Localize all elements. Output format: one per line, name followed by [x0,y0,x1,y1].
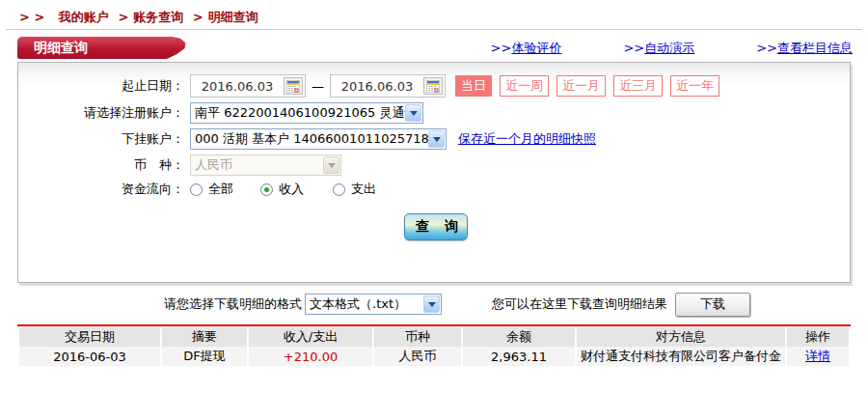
col-header-operation: 操作 [787,327,849,347]
results-table: 交易日期 摘要 收入/支出 币种 余额 对方信息 操作 2016-06-03 D… [17,324,851,366]
submit-row: 查 询 [18,213,850,240]
date-range-label: 起止日期： [18,77,184,95]
col-header-income-expense: 收入/支出 [249,327,372,347]
col-header-currency: 币种 [374,327,461,347]
quick-range-year-button[interactable]: 近一年 [670,75,719,97]
registered-account-select[interactable]: 南平 6222001406100921065 灵通卡 [190,102,423,124]
breadcrumb-separator: > [118,10,128,24]
col-header-trade-date: 交易日期 [19,327,160,347]
sub-account-row: 下挂账户： 000 活期 基本户 1406600101102571848 保存近… [18,128,850,150]
registered-account-label: 请选择注册账户： [18,104,184,122]
table-row: 2016-06-03 DF提现 +210.00 人民币 2,963.11 财付通… [19,347,849,366]
breadcrumb-item-my-account[interactable]: 我的账户 [59,10,109,24]
calendar-icon[interactable] [423,77,443,95]
chevron-down-icon[interactable] [423,295,440,313]
breadcrumb-item-account-query[interactable]: 账务查询 [133,10,183,24]
start-date-value: 2016.06.03 [191,79,284,94]
end-date-value: 2016.06.03 [331,79,423,94]
sub-account-select[interactable]: 000 活期 基本户 1406600101102571848 [190,128,447,150]
end-date-input[interactable]: 2016.06.03 [330,74,446,98]
col-header-summary: 摘要 [162,327,247,347]
query-form-panel: 起止日期： 2016.06.03 — 2016.06.03 当日 近一周 近一月… [17,62,851,283]
chevron-down-icon [323,156,339,174]
table-header-row: 交易日期 摘要 收入/支出 币种 余额 对方信息 操作 [19,327,849,347]
link-view-column-info[interactable]: >>查看栏目信息 [756,40,853,57]
breadcrumb-separator: > [193,10,203,24]
save-monthly-snapshot-link[interactable]: 保存近一个月的明细快照 [458,130,596,148]
col-header-counterparty: 对方信息 [577,327,785,347]
flow-expense-radio-label[interactable]: 支出 [351,181,376,198]
download-button[interactable]: 下载 [675,293,750,317]
cell-operation: 详情 [787,347,849,366]
divider [6,29,862,30]
link-experience-rating[interactable]: >>体验评价 [491,40,562,57]
detail-link[interactable]: 详情 [805,349,830,363]
download-hint: 您可以在这里下载查询明细结果 [492,295,667,313]
breadcrumb: > > 我的账户 >账务查询 >明细查询 [0,0,868,29]
quick-range-3month-button[interactable]: 近三月 [613,75,663,97]
cell-income-expense: +210.00 [249,347,372,366]
breadcrumb-prefix: > > [19,10,44,24]
calendar-icon[interactable] [284,77,303,95]
quick-range-today-button[interactable]: 当日 [455,75,492,97]
download-format-select[interactable]: 文本格式（.txt） [305,294,442,315]
start-date-input[interactable]: 2016.06.03 [190,74,306,98]
quick-range-week-button[interactable]: 近一周 [500,75,549,97]
date-range-dash: — [312,79,324,94]
currency-label: 币 种： [18,156,184,174]
cell-summary: DF提现 [162,347,247,366]
col-header-balance: 余额 [463,327,575,347]
quick-range-month-button[interactable]: 近一月 [556,75,606,97]
currency-select: 人民币 [190,154,341,176]
breadcrumb-item-detail-query[interactable]: 明细查询 [208,10,258,24]
currency-row: 币 种： 人民币 [18,154,850,176]
flow-expense-radio[interactable] [333,183,345,196]
query-button[interactable]: 查 询 [404,213,468,240]
sub-account-label: 下挂账户： [18,130,184,148]
date-range-row: 起止日期： 2016.06.03 — 2016.06.03 当日 近一周 近一月… [18,74,850,98]
flow-all-radio[interactable] [190,183,203,196]
download-format-label: 请您选择下载明细的格式 [164,295,302,313]
page-title-tab: 明细查询 [17,37,189,59]
cell-currency: 人民币 [374,347,461,366]
fund-flow-label: 资金流向： [18,181,184,198]
download-row: 请您选择下载明细的格式 文本格式（.txt） 您可以在这里下载查询明细结果 下载 [0,292,868,317]
flow-income-radio[interactable] [260,183,273,196]
cell-trade-date: 2016-06-03 [19,347,160,366]
chevron-down-icon[interactable] [405,104,421,122]
section-header: 明细查询 >>体验评价 >>自动演示 >>查看栏目信息 [0,37,868,60]
fund-flow-row: 资金流向： 全部 收入 支出 [18,181,850,198]
flow-all-radio-label[interactable]: 全部 [208,181,233,198]
cell-counterparty: 财付通支付科技有限公司客户备付金 [577,347,785,366]
chevron-down-icon[interactable] [428,130,445,148]
cell-balance: 2,963.11 [463,347,575,366]
registered-account-row: 请选择注册账户： 南平 6222001406100921065 灵通卡 [18,102,850,124]
flow-income-radio-label[interactable]: 收入 [279,181,304,198]
link-auto-demo[interactable]: >>自动演示 [623,40,694,57]
